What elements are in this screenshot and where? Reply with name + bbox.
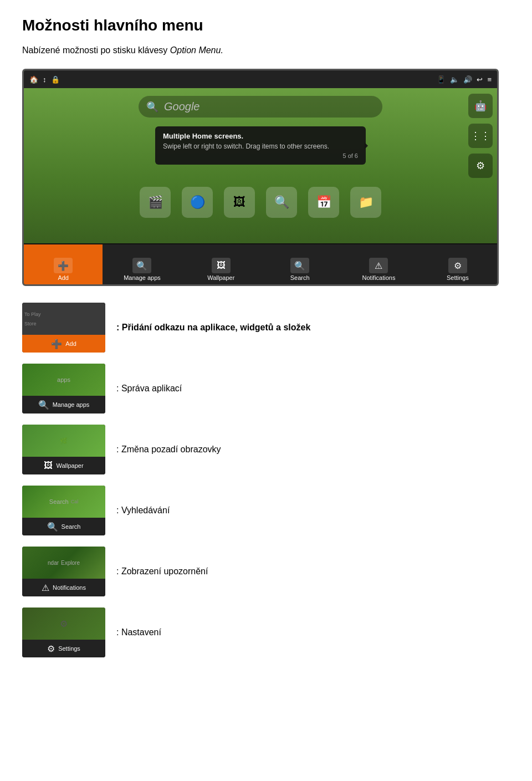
android-screenshot: 🏠 ↕ 🔒 📱 🔈 🔊 ↩ ≡ 🤖 ⋮⋮ ⚙ 🔍 Google Multiple…: [22, 69, 499, 286]
settings-thumb-label: Settings: [58, 645, 80, 652]
tooltip-title: Multiple Home screens.: [163, 132, 358, 140]
section-add: To Play Store ➕ Add : Přidání odkazu na …: [22, 303, 510, 353]
home-icon: 🏠: [29, 75, 38, 84]
notifications-thumb-label: Notifications: [53, 584, 86, 591]
add-thumb: To Play Store ➕ Add: [22, 303, 105, 353]
lock-icon: 🔒: [51, 75, 60, 84]
menu-item-wallpaper[interactable]: 🖼 Wallpaper: [182, 244, 260, 284]
search-thumb-icon: 🔍: [47, 522, 58, 532]
search-label: Search: [290, 274, 310, 281]
search-thumb: Search Cal 🔍 Search: [22, 486, 105, 535]
add-thumb-icon: ➕: [51, 339, 62, 349]
wallpaper-icon: 🖼: [212, 258, 231, 273]
app-icon-files: 📁: [350, 187, 381, 218]
tooltip-box: Multiple Home screens. Swipe left or rig…: [155, 126, 366, 165]
manage-apps-icon: 🔍: [132, 258, 151, 273]
wallpaper-thumb-label: Wallpaper: [56, 462, 83, 469]
bottom-menu-bar: ➕ Add 🔍 Manage apps 🖼 Wallpaper 🔍 Search…: [24, 243, 497, 284]
vol-up-icon: 🔊: [463, 75, 472, 84]
settings-thumb: ⚙ ⚙ Settings: [22, 608, 105, 657]
notifications-thumb: ndar Explore ⚠ Notifications: [22, 547, 105, 596]
manage-apps-thumb-label: Manage apps: [53, 401, 90, 408]
tooltip-body: Swipe left or right to switch. Drag item…: [163, 142, 358, 150]
google-label: Google: [164, 100, 375, 113]
notifications-label: Notifications: [362, 274, 396, 281]
status-bar-left: 🏠 ↕ 🔒: [29, 75, 60, 84]
section-manage-apps: apps 🔍 Manage apps : Správa aplikací: [22, 364, 510, 414]
google-search-bar[interactable]: 🔍 Google: [139, 96, 382, 118]
settings-thumb-icon: ⚙: [47, 644, 55, 654]
app-icon-calendar: 📅: [308, 187, 339, 218]
section-settings: ⚙ ⚙ Settings : Nastavení: [22, 608, 510, 657]
back-icon: ↩: [477, 75, 483, 84]
settings-description: : Nastavení: [116, 627, 161, 637]
app-icon-camera: 🎬: [140, 187, 171, 218]
main-area: 🤖 ⋮⋮ ⚙ 🔍 Google Multiple Home screens. S…: [24, 88, 497, 243]
search-thumb-label: Search: [62, 523, 81, 530]
manage-apps-thumb: apps 🔍 Manage apps: [22, 364, 105, 414]
settings-gear-icon: ⚙: [468, 154, 493, 178]
menu-item-add[interactable]: ➕ Add: [24, 244, 103, 284]
add-item-label: Add: [58, 274, 69, 281]
add-item-icon: ➕: [54, 258, 73, 273]
manage-apps-description: : Správa aplikací: [116, 384, 182, 394]
menu-item-settings[interactable]: ⚙ Settings: [418, 244, 497, 284]
google-search-icon: 🔍: [146, 101, 158, 113]
search-description: : Vyhledávání: [116, 506, 170, 515]
wallpaper-description: : Změna pozadí obrazovky: [116, 445, 221, 455]
section-wallpaper: 🌿 🖼 Wallpaper : Změna pozadí obrazovky: [22, 425, 510, 474]
menu-icon: ≡: [487, 75, 492, 84]
add-description: : Přidání odkazu na aplikace, widgetů a …: [116, 323, 310, 333]
section-search: Search Cal 🔍 Search : Vyhledávání: [22, 486, 510, 535]
android-robot-icon: 🤖: [468, 94, 493, 118]
status-bar-right: 📱 🔈 🔊 ↩ ≡: [437, 75, 492, 84]
vol-down-icon: 🔈: [450, 75, 459, 84]
manage-apps-thumb-icon: 🔍: [38, 400, 49, 410]
wallpaper-label: Wallpaper: [207, 274, 234, 281]
tooltip-count: 5 of 6: [163, 152, 358, 159]
app-icon-photo: 🖼: [224, 187, 255, 218]
manage-apps-label: Manage apps: [124, 274, 161, 281]
notifications-icon: ⚠: [369, 258, 388, 273]
add-thumb-label: Add: [65, 340, 76, 347]
page-title: Možnosti hlavního menu: [22, 17, 510, 34]
section-notifications: ndar Explore ⚠ Notifications : Zobrazení…: [22, 547, 510, 596]
menu-item-notifications[interactable]: ⚠ Notifications: [339, 244, 418, 284]
settings-icon: ⚙: [448, 258, 467, 273]
page-subtitle: Nabízené možnosti po stisku klávesy Opti…: [22, 45, 510, 55]
notifications-thumb-icon: ⚠: [42, 583, 49, 593]
menu-item-manage-apps[interactable]: 🔍 Manage apps: [103, 244, 181, 284]
usb-icon: ↕: [43, 75, 47, 84]
app-icon-search: 🔍: [266, 187, 297, 218]
right-side-icons: 🤖 ⋮⋮ ⚙: [468, 94, 493, 178]
status-bar: 🏠 ↕ 🔒 📱 🔈 🔊 ↩ ≡: [24, 70, 497, 88]
wallpaper-thumb-icon: 🖼: [44, 461, 53, 471]
app-icon-circle: 🔵: [182, 187, 213, 218]
app-icons-row: 🎬 🔵 🖼 🔍 📅 📁: [32, 187, 489, 218]
notifications-description: : Zobrazení upozornění: [116, 566, 208, 576]
settings-label: Settings: [447, 274, 469, 281]
screen-icon: 📱: [437, 75, 446, 84]
menu-item-search[interactable]: 🔍 Search: [260, 244, 339, 284]
search-icon: 🔍: [290, 258, 309, 273]
apps-grid-icon: ⋮⋮: [468, 124, 493, 148]
wallpaper-thumb: 🌿 🖼 Wallpaper: [22, 425, 105, 474]
